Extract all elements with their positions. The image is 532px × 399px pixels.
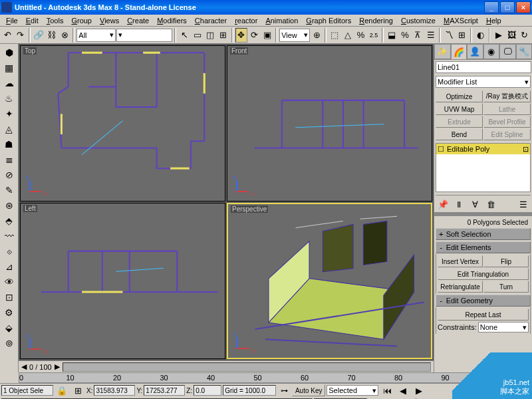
remove-mod-button[interactable]: 🗑 [483, 197, 498, 211]
reactor-btn-10[interactable]: ✎ [2, 183, 17, 198]
selection-filter-dropdown[interactable]: ▾ [116, 29, 172, 42]
menu-group[interactable]: Group [68, 16, 95, 25]
time-slider[interactable]: ◀0 / 100▶ [19, 360, 434, 372]
snap-toggle[interactable]: ⬚ [329, 28, 341, 43]
unlink-button[interactable]: ⛓ [45, 28, 58, 43]
reactor-btn-12[interactable]: ⬘ [2, 213, 17, 228]
reactor-btn-18[interactable]: ⚙ [2, 305, 17, 320]
constraints-dropdown[interactable]: None [478, 322, 529, 332]
abs-transform-button[interactable]: ⊞ [70, 383, 85, 398]
reactor-btn-14[interactable]: ⟐ [2, 244, 17, 259]
reactor-btn-5[interactable]: ✦ [2, 106, 17, 121]
turn-button[interactable]: Turn [483, 281, 529, 293]
menu-rendering[interactable]: Rendering [356, 16, 396, 25]
select-name-button[interactable]: ▭ [191, 28, 203, 43]
reactor-btn-17[interactable]: ⊡ [2, 290, 17, 305]
retriangulate-button[interactable]: Retriangulate [438, 281, 483, 293]
align-button[interactable]: ⊼ [412, 28, 424, 43]
schematic-button[interactable]: ⊞ [456, 28, 469, 43]
select-region-button[interactable]: ◫ [204, 28, 217, 43]
configure-button[interactable]: ☰ [516, 197, 531, 211]
maximize-button[interactable]: □ [500, 1, 515, 13]
goto-start-button[interactable]: ⏮ [380, 383, 394, 398]
minimize-button[interactable]: _ [484, 1, 499, 13]
optimize-button[interactable]: Optimize [436, 90, 483, 102]
insert-vertex-button[interactable]: Insert Vertex [438, 255, 483, 267]
selection-set-dropdown[interactable]: All▾ [76, 29, 116, 42]
hierarchy-tab[interactable]: 👤 [467, 44, 483, 59]
reactor-btn-6[interactable]: ◬ [2, 122, 17, 136]
menu-views[interactable]: Views [96, 16, 122, 25]
reactor-btn-2[interactable]: ▦ [2, 61, 17, 75]
play-button[interactable]: ▶ [412, 383, 426, 398]
modifier-list-dropdown[interactable]: Modifier List [436, 76, 531, 88]
create-tab[interactable]: ✨ [434, 44, 451, 59]
move-button[interactable]: ✥ [235, 28, 248, 43]
bind-button[interactable]: ⊗ [59, 28, 71, 43]
object-name-field[interactable] [436, 61, 531, 73]
x-coord-field[interactable]: 31583.973 [94, 385, 135, 396]
menu-customize[interactable]: Customize [398, 16, 439, 25]
zoom-button[interactable]: 🔍 [471, 390, 485, 399]
menu-edit[interactable]: Edit [23, 16, 42, 25]
menu-help[interactable]: Help [483, 16, 505, 25]
zoom-extents-button[interactable]: ▣ [501, 390, 515, 399]
reactor-btn-3[interactable]: ☁ [2, 76, 17, 90]
modifier-stack[interactable]: ☐Editable Poly⊡ [436, 143, 531, 192]
mirror-button[interactable]: % [399, 28, 412, 43]
motion-tab[interactable]: ◉ [483, 44, 500, 59]
display-tab[interactable]: 🖵 [499, 44, 516, 59]
pin-stack-button[interactable]: 📌 [436, 197, 450, 211]
extrude-button[interactable]: Extrude [436, 116, 483, 128]
menu-maxscript[interactable]: MAXScript [440, 16, 481, 25]
menu-animation[interactable]: Animation [262, 16, 301, 25]
zoom-all-button[interactable]: ⊞ [486, 390, 500, 399]
link-button[interactable]: 🔗 [33, 28, 45, 43]
uvw-map-button[interactable]: UVW Map [436, 103, 483, 115]
utilities-tab[interactable]: 🔧 [516, 44, 533, 59]
reactor-btn-8[interactable]: ≣ [2, 152, 17, 167]
bevel-profile-button[interactable]: Bevel Profile [483, 116, 531, 128]
scale-button[interactable]: ▣ [261, 28, 274, 43]
stack-bulb-icon[interactable]: ⊡ [523, 145, 529, 154]
edit-tri-button[interactable]: Edit Triangulation [438, 268, 529, 280]
edit-spline-button[interactable]: Edit Spline [483, 128, 531, 140]
lock-selection-button[interactable]: 🔒 [55, 383, 69, 398]
ref-coord-dropdown[interactable]: View▾ [279, 29, 310, 42]
bend-button[interactable]: Bend [436, 128, 483, 140]
reactor-btn-15[interactable]: ⊿ [2, 259, 17, 274]
reactor-btn-13[interactable]: 〰 [2, 229, 17, 243]
menu-file[interactable]: File [3, 16, 21, 25]
modify-tab[interactable]: 🌈 [451, 44, 467, 59]
close-button[interactable]: × [516, 1, 531, 13]
show-result-button[interactable]: Ⅱ [452, 197, 466, 211]
track-bar[interactable]: 0102030405060708090100 [19, 372, 513, 383]
percent-snap-toggle[interactable]: % [354, 28, 367, 43]
quick-render-button[interactable]: 🖼 [505, 28, 518, 43]
stack-expand-icon[interactable]: ☐ [438, 145, 444, 154]
ray-button[interactable]: /Ray 置换模式 [483, 90, 531, 102]
soft-selection-rollout[interactable]: +Soft Selection [436, 228, 531, 240]
layers-button[interactable]: ☰ [425, 28, 438, 43]
undo-button[interactable]: ↶ [1, 28, 14, 43]
rotate-button[interactable]: ⟳ [248, 28, 261, 43]
reactor-btn-11[interactable]: ⊛ [2, 198, 17, 213]
flip-button[interactable]: Flip [483, 255, 529, 267]
reactor-btn-19[interactable]: ⬙ [2, 321, 17, 335]
angle-snap-toggle[interactable]: △ [342, 28, 354, 43]
reactor-btn-9[interactable]: ⊘ [2, 168, 17, 182]
curve-editor-button[interactable]: 〽 [443, 28, 456, 43]
select-button[interactable]: ↖ [178, 28, 191, 43]
prev-frame-button[interactable]: ◀ [396, 383, 410, 398]
lathe-button[interactable]: Lathe [483, 103, 531, 115]
reactor-btn-7[interactable]: ☗ [2, 137, 17, 152]
menu-tools[interactable]: Tools [43, 16, 67, 25]
menu-modifiers[interactable]: Modifiers [154, 16, 190, 25]
edit-geometry-rollout[interactable]: -Edit Geometry [436, 295, 531, 307]
z-coord-field[interactable]: 0.0 [194, 385, 221, 396]
viewport-perspective[interactable]: Perspective zy [227, 203, 432, 359]
auto-key-button[interactable]: Auto Key [292, 384, 325, 396]
render-scene-button[interactable]: ▶ [492, 28, 505, 43]
edit-elements-rollout[interactable]: -Edit Elements [436, 241, 531, 253]
reactor-btn-4[interactable]: ♨ [2, 91, 17, 106]
